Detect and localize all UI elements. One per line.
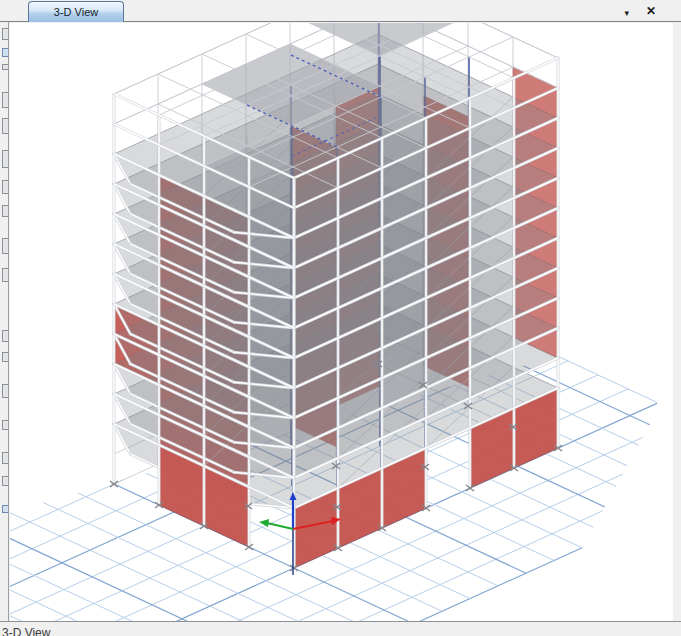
toolbar-icon-fragment [2,268,8,282]
tab-3d-view[interactable]: 3-D View [28,1,124,22]
toolbar-icon-fragment [2,118,8,134]
toolbar-icon-fragment [2,28,8,40]
toolbar-icon-fragment [2,64,8,70]
bottom-tab-label[interactable]: 3-D View [2,626,50,636]
toolbar-icon-fragment [2,48,8,57]
toolbar-icon-fragment [2,330,8,342]
toolbar-icon-fragment [2,352,8,362]
tab-bar: 3-D View ▾ ✕ [0,0,681,22]
toolbar-icon-fragment [2,205,8,217]
close-icon[interactable]: ✕ [646,3,656,19]
toolbar-icon-fragment [2,92,8,108]
toolbar-icon-fragment [2,505,8,513]
3d-view-canvas[interactable] [10,23,673,621]
toolbar-icon-fragment [2,238,8,254]
bottom-tab-bar: 3-D View [0,621,681,636]
toolbar-icon-fragment [2,476,8,486]
toolbar-icon-fragment [2,180,8,194]
toolbar-icon-fragment [2,420,8,430]
tab-3d-view-label: 3-D View [54,6,98,18]
toolbar-icon-fragment [2,384,8,398]
window-list-dropdown-icon[interactable]: ▾ [624,5,629,21]
toolbar-icon-fragment [2,150,8,168]
left-toolbar-edge[interactable] [0,22,9,621]
toolbar-icon-fragment [2,452,8,464]
